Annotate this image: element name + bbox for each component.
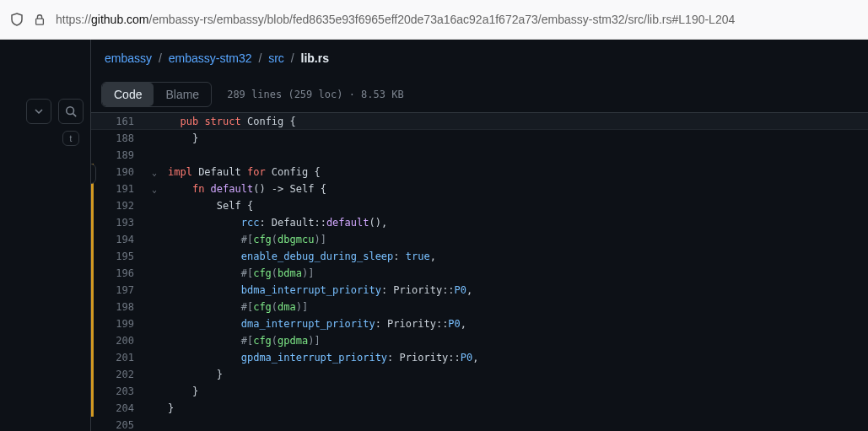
- fold-icon[interactable]: ⌄: [146, 168, 163, 177]
- crumb-pkg[interactable]: embassy-stm32: [169, 51, 252, 65]
- code-line: 161 pub struct Config {: [91, 113, 868, 130]
- code-line: 204}: [91, 400, 868, 417]
- line-number[interactable]: 195: [94, 251, 146, 262]
- code-line: 192 Self {: [91, 197, 868, 214]
- code-line: 202 }: [91, 366, 868, 383]
- file-stats: 289 lines (259 loc) · 8.53 KB: [227, 89, 404, 100]
- breadcrumb: embassy / embassy-stm32 / src / lib.rs: [91, 40, 868, 77]
- tab-blame[interactable]: Blame: [154, 83, 211, 106]
- code-line: 190⌄impl Default for Config {: [91, 164, 868, 180]
- code-block: ⋯ 161 pub struct Config { 188 } 189 190⌄…: [91, 113, 868, 431]
- search-icon: [65, 105, 77, 117]
- fold-icon[interactable]: ⌄: [146, 185, 163, 194]
- left-sidebar: t: [0, 40, 91, 431]
- line-number[interactable]: 161: [94, 116, 146, 127]
- line-number[interactable]: 194: [94, 234, 146, 245]
- code-line: 188 }: [91, 130, 868, 147]
- line-number[interactable]: 191: [94, 183, 146, 195]
- code-line: 200 #[cfg(gpdma)]: [91, 332, 868, 349]
- code-line: 198 #[cfg(dma)]: [91, 299, 868, 315]
- line-number[interactable]: 189: [94, 149, 146, 161]
- shield-icon: [10, 13, 24, 26]
- line-number[interactable]: 203: [94, 385, 146, 397]
- code-line: 199 dma_interrupt_priority: Priority::P0…: [91, 315, 868, 332]
- code-line: 194 #[cfg(dbgmcu)]: [91, 231, 868, 248]
- line-number[interactable]: 193: [94, 217, 146, 229]
- search-button[interactable]: [58, 99, 84, 124]
- line-number[interactable]: 202: [94, 369, 146, 380]
- line-number[interactable]: 192: [94, 200, 146, 212]
- tab-code[interactable]: Code: [102, 83, 154, 106]
- lock-icon: [34, 13, 46, 25]
- svg-rect-0: [36, 19, 44, 24]
- url-text[interactable]: https://github.com/embassy-rs/embassy/bl…: [56, 13, 735, 26]
- file-view: embassy / embassy-stm32 / src / lib.rs C…: [91, 40, 868, 431]
- code-line: 197 bdma_interrupt_priority: Priority::P…: [91, 282, 868, 299]
- code-line: 193 rcc: Default::default(),: [91, 214, 868, 231]
- line-number[interactable]: 204: [94, 402, 146, 414]
- line-number[interactable]: 201: [94, 352, 146, 364]
- line-number[interactable]: 190: [94, 166, 146, 178]
- code-line: 189: [91, 147, 868, 164]
- line-number[interactable]: 200: [94, 335, 146, 347]
- crumb-repo[interactable]: embassy: [105, 51, 152, 65]
- code-line: 205: [91, 417, 868, 431]
- code-line: 201 gpdma_interrupt_priority: Priority::…: [91, 349, 868, 366]
- line-number[interactable]: 198: [94, 301, 146, 313]
- view-tabs: Code Blame: [101, 82, 212, 107]
- code-line: 191⌄ fn default() -> Self {: [91, 180, 868, 197]
- browser-url-bar: https://github.com/embassy-rs/embassy/bl…: [0, 0, 868, 40]
- overflow-button[interactable]: ⋯: [91, 164, 96, 184]
- line-number[interactable]: 197: [94, 284, 146, 296]
- code-line: 196 #[cfg(bdma)]: [91, 265, 868, 282]
- line-number[interactable]: 199: [94, 318, 146, 330]
- shortcut-t: t: [62, 131, 79, 146]
- file-toolbar: Code Blame 289 lines (259 loc) · 8.53 KB: [91, 77, 868, 113]
- code-line: 195 enable_debug_during_sleep: true,: [91, 248, 868, 265]
- svg-point-1: [67, 107, 74, 115]
- line-number[interactable]: 196: [94, 267, 146, 279]
- crumb-dir[interactable]: src: [268, 51, 284, 65]
- crumb-file: lib.rs: [301, 51, 329, 65]
- line-number[interactable]: 205: [94, 419, 146, 431]
- line-number[interactable]: 188: [94, 132, 146, 144]
- dropdown-button[interactable]: [26, 99, 51, 124]
- code-line: 203 }: [91, 383, 868, 400]
